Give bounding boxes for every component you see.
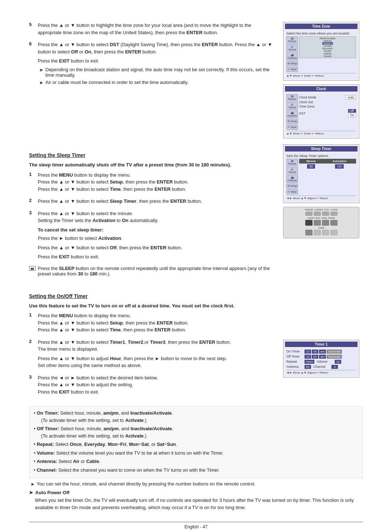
remote-label-mtx: MTX	[316, 217, 320, 219]
dst-row: DST Off On	[299, 109, 356, 117]
sleep-timer-panel: Sleep Timer Sets the Sleep Timer options…	[283, 144, 359, 203]
auto-power-arrow: ➤	[29, 490, 33, 495]
step-5-text: Press the ▲ or ▼ button to highlight the…	[38, 22, 276, 36]
timer1-panel: Timer 1 On Timer 12 00 am Inactivate Off…	[283, 340, 359, 378]
remote-btn-game[interactable]	[305, 230, 313, 235]
on-off-step-2-text: Press the ▲ or ▼ button to select Timer1…	[38, 339, 276, 353]
remote-btn-sleep[interactable]	[305, 220, 313, 226]
clock-panel: Clock 🖼 Picture 🔊 Sound 📺 Channel ⚙ Setu…	[283, 84, 359, 138]
sleep-col-minute: Minute	[299, 159, 323, 164]
clk-icon-picture: 🖼 Picture	[286, 94, 298, 101]
clock-rows: Clock Mode Auto Clock Set Time Zone	[299, 95, 356, 117]
on-off-step-1-content: Press the MENU button to display the men…	[38, 312, 276, 336]
tz-icon-input: ↩ Input	[286, 67, 298, 72]
cancel-text-3: Press the EXIT button to exit.	[38, 253, 276, 261]
sleep-step-1-text: Press the MENU button to display the men…	[38, 172, 276, 193]
timer1-panel-inner: On Timer 12 00 am Inactivate Off Timer 1…	[285, 348, 358, 376]
remote-btn-mode[interactable]	[330, 220, 338, 226]
sleep-step-3: 3 Press the ▲ or ▼ button to select the …	[29, 210, 276, 263]
sleep-main-area: Minute Activation 30	[299, 159, 356, 194]
remote-label-row: P.MODE S.MODE STILL P.SIZE	[285, 209, 358, 211]
timezone-footer: ▲▼ Move ↵ Enter ↩ Return	[286, 73, 356, 77]
sleep-panel-col: Sleep Timer Sets the Sleep Timer options…	[283, 144, 363, 279]
timer-off-row: Off Timer 12 00 am Inactivate	[286, 355, 356, 359]
timezone-subtitle: Select the time zone where you are locat…	[286, 32, 356, 35]
cancel-heading: To cancel the set sleep timer:	[38, 226, 276, 234]
sleep-timer-panel-inner: Sets the Sleep Timer options. 🖼 Picture …	[285, 153, 358, 201]
clk-footer-text: ▲▼ Move ↵ Enter ↩ Return	[286, 132, 324, 135]
timer-off-ampm: am	[319, 355, 326, 359]
sleep-col-activation: Activation	[323, 159, 356, 164]
remote-label-dnse: DNSe	[322, 217, 327, 219]
tz-icon-setup: ⚙ Setup	[286, 61, 298, 66]
sleep-step-3-num: 3	[29, 210, 34, 263]
timer-antenna-row: Antenna Air Channel 3	[286, 365, 356, 369]
remote-top-row	[285, 211, 358, 216]
remote-btn-psize[interactable]	[330, 211, 338, 216]
remote-label-row3: GAME	[285, 227, 358, 229]
timezone-map: NewFoundlanAtlantic Eastern CentralMount…	[299, 36, 356, 58]
timer-off-h: 12	[305, 355, 311, 359]
dst-on-value: On	[348, 113, 356, 117]
remote-label-still: STILL	[324, 209, 330, 211]
remote-btn-extra1[interactable]	[314, 230, 321, 235]
panel-col-top: Time Zone Select the time zone where you…	[283, 22, 363, 138]
on-off-step-3-num: 3	[29, 374, 34, 398]
arrow-sym-1: ➤	[39, 67, 43, 78]
timer-rows: On Timer 12 00 am Inactivate Off Timer 1…	[286, 350, 356, 369]
sleep-activation-value: On	[335, 164, 344, 169]
sleep-step-1-num: 1	[29, 172, 34, 195]
remote-label-game: GAME	[318, 227, 324, 229]
remote-row3	[285, 230, 358, 235]
sleep-timer-panel-title: Sleep Timer	[285, 146, 358, 152]
slp-icon-channel: 📺 Channel	[286, 175, 298, 183]
bullet-volume: Volume: Select the volume level you want…	[34, 450, 358, 457]
clk-icon-channel: 📺 Channel	[286, 110, 298, 118]
time-zone-row: Time Zone	[299, 105, 356, 108]
timer-on-label: On Timer	[286, 350, 304, 353]
timer1-panel-title: Timer 1	[285, 342, 358, 347]
timer-off-label: Off Timer	[286, 355, 304, 358]
clk-icon-input: ↩ Input	[286, 125, 298, 130]
bullet-repeat: Repeat: Select Once, Everyday, Mon~Fri, …	[34, 441, 358, 448]
auto-power-section: ➤ Auto Power Off When you set the timer …	[29, 490, 363, 511]
direct-button-note: ➤ You can set the hour, minute, and chan…	[29, 481, 363, 487]
timer-on-row: On Timer 12 00 am Inactivate	[286, 350, 356, 354]
clock-sidebar-icons: 🖼 Picture 🔊 Sound 📺 Channel ⚙ Setup ↩ In…	[286, 94, 298, 130]
timer-repeat-label: Repeat	[286, 360, 304, 363]
timer-repeat-value: Once	[305, 360, 314, 364]
timezone-sidebar-icons: 🖼 Picture 🔊 Sound 📺 Channel ⚙ Setup ↩ In…	[286, 36, 298, 72]
dst-off-value: Off	[348, 109, 356, 113]
remote-btn-still[interactable]	[322, 211, 329, 216]
clk-icon-sound: 🔊 Sound	[286, 102, 298, 110]
page-footer: English - 47	[29, 522, 363, 529]
note-air-cable-text: Air or cable must be connected in order …	[45, 80, 188, 85]
page-footer-text: English - 47	[184, 524, 207, 529]
remote-btn-mtx[interactable]	[314, 220, 321, 226]
on-off-heading: Setting the On/Off Timer	[29, 293, 276, 300]
on-off-step-2-cont: Press the ▲ or ▼ button to adjust Hour, …	[38, 355, 276, 369]
sleep-step-2: 2 Press the ▲ or ▼ button to select Slee…	[29, 198, 276, 207]
remote-btn-dnse[interactable]	[322, 220, 329, 226]
remote-btn-extra2[interactable]	[322, 230, 329, 235]
remote-btn-extra3[interactable]	[330, 230, 338, 235]
sleep-timer-text: Setting the Sleep Timer The sleep timer …	[29, 144, 276, 279]
sleep-step-3-content: Press the ▲ or ▼ button to select the mi…	[38, 210, 276, 263]
remote-btn-pmode[interactable]	[305, 211, 313, 216]
sleep-sidebar-icons: 🖼 Picture 🔊 Sound 📺 Channel ⚙ Setup ↩ In…	[286, 159, 298, 194]
sleep-timer-intro: The sleep timer automatically shuts off …	[29, 161, 276, 169]
remote-btn-smode[interactable]	[314, 211, 321, 216]
timezone-panel-sidebar: 🖼 Picture 🔊 Sound 📺 Channel ⚙ Setup ↩ In…	[286, 36, 356, 72]
tz-icon-sound: 🔊 Sound	[286, 44, 298, 52]
clock-mode-label: Clock Mode	[299, 96, 317, 99]
sleep-step-3-text: Press the ▲ or ▼ button to select the mi…	[38, 210, 276, 224]
bullet-on-timer: On Timer: Select hour, minute, am/pm, an…	[34, 410, 358, 424]
sleep-timer-sidebar: 🖼 Picture 🔊 Sound 📺 Channel ⚙ Setup ↩ In…	[286, 159, 356, 194]
clock-footer: ▲▼ Move ↵ Enter ↩ Return	[286, 131, 356, 135]
timer-repeat-row: Repeat Once Volume 10	[286, 360, 356, 364]
section-top: 5 Press the ▲ or ▼ button to highlight t…	[29, 22, 363, 138]
remote-label-psize: P.SIZE	[331, 209, 338, 211]
timezone-panel: Time Zone Select the time zone where you…	[283, 22, 359, 81]
on-off-step-3-text: Press the ◄ or ► button to select the de…	[38, 374, 276, 396]
cancel-text-2: Press the ▲ or ▼ button to select Off, t…	[38, 244, 276, 251]
